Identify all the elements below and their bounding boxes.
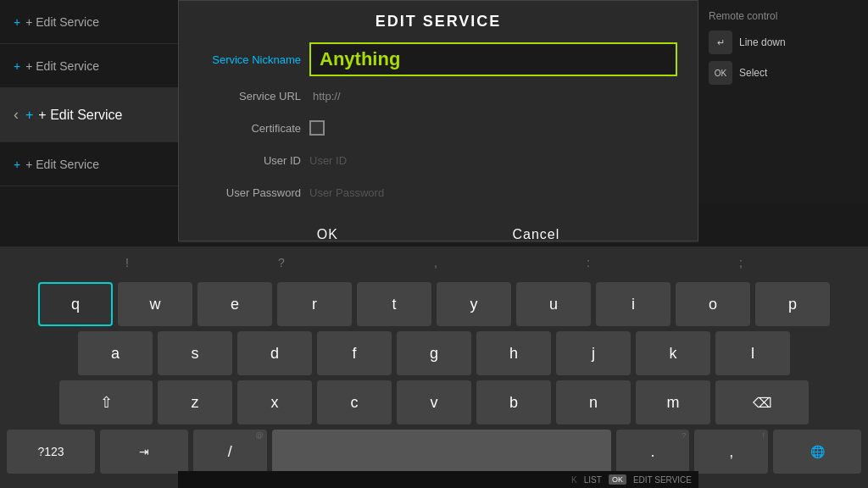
key-c[interactable]: c bbox=[317, 380, 392, 424]
sidebar-label-2: + Edit Service bbox=[25, 59, 99, 73]
nickname-row: Service Nickname bbox=[199, 42, 677, 76]
sym-semicolon[interactable]: ; bbox=[739, 256, 743, 269]
sidebar-label-3: + Edit Service bbox=[38, 108, 122, 123]
key-n[interactable]: n bbox=[556, 380, 631, 424]
password-row: User Password User Password bbox=[199, 180, 677, 205]
sidebar-label-1: + Edit Service bbox=[25, 15, 99, 29]
key-globe[interactable]: 🌐 bbox=[773, 430, 861, 474]
certificate-label: Certificate bbox=[199, 122, 309, 135]
key-row-3: ⇧ z x c v b n m ⌫ bbox=[7, 380, 861, 424]
bar-k-label: K bbox=[571, 475, 577, 485]
key-u[interactable]: u bbox=[516, 282, 591, 326]
sym-exclaim[interactable]: ! bbox=[125, 256, 129, 269]
key-e[interactable]: e bbox=[198, 282, 272, 326]
userid-label: User ID bbox=[199, 154, 309, 167]
edit-service-modal: EDIT SERVICE Service Nickname Service UR… bbox=[178, 0, 698, 241]
nickname-label: Service Nickname bbox=[199, 53, 309, 66]
key-w[interactable]: w bbox=[118, 282, 192, 326]
key-a[interactable]: a bbox=[78, 331, 153, 375]
cancel-button[interactable]: Cancel bbox=[495, 222, 576, 247]
key-s[interactable]: s bbox=[158, 331, 232, 375]
key-h[interactable]: h bbox=[476, 331, 551, 375]
certificate-checkbox[interactable] bbox=[309, 120, 325, 136]
password-label: User Password bbox=[199, 186, 309, 199]
key-period[interactable]: . ? bbox=[616, 430, 690, 474]
sidebar-item-1[interactable]: + + Edit Service bbox=[0, 0, 178, 44]
sidebar-item-2[interactable]: + + Edit Service bbox=[0, 44, 178, 88]
plus-icon-4: + bbox=[14, 158, 20, 171]
key-backspace[interactable]: ⌫ bbox=[715, 380, 809, 424]
remote-item-select: OK Select bbox=[709, 61, 858, 85]
key-space[interactable] bbox=[272, 430, 611, 474]
key-y[interactable]: y bbox=[437, 282, 511, 326]
sym-comma[interactable]: , bbox=[434, 256, 437, 269]
sidebar-item-4[interactable]: + + Edit Service bbox=[0, 142, 178, 186]
key-i[interactable]: i bbox=[596, 282, 670, 326]
nickname-input[interactable] bbox=[309, 42, 677, 76]
key-row-1: q w e r t y u i o p bbox=[7, 282, 861, 326]
key-g[interactable]: g bbox=[397, 331, 471, 375]
url-row: Service URL http:// bbox=[199, 83, 677, 108]
bar-edit-service-label: EDIT SERVICE bbox=[633, 475, 692, 485]
modal-body: Service Nickname Service URL http:// Cer… bbox=[179, 39, 698, 205]
url-label: Service URL bbox=[199, 90, 309, 103]
key-d[interactable]: d bbox=[237, 331, 312, 375]
plus-icon-2: + bbox=[14, 59, 20, 73]
certificate-row: Certificate bbox=[199, 115, 677, 141]
key-shift[interactable]: ⇧ bbox=[59, 380, 153, 424]
url-value: http:// bbox=[309, 88, 677, 104]
remote-title: Remote control bbox=[709, 10, 858, 22]
plus-icon-3: + bbox=[25, 108, 33, 123]
key-tab[interactable]: ⇥ bbox=[100, 430, 188, 474]
sidebar-item-3-active[interactable]: ‹ + + Edit Service bbox=[0, 88, 178, 142]
remote-item-linedown: ↵ Line down bbox=[709, 30, 858, 54]
key-z[interactable]: z bbox=[158, 380, 232, 424]
virtual-keyboard: ! ? , : ; q w e r t y u i o p a s d f g … bbox=[0, 247, 868, 488]
ok-button[interactable]: OK bbox=[300, 222, 355, 247]
bottom-action-bar: K LIST OK EDIT SERVICE bbox=[178, 471, 698, 488]
key-q[interactable]: q bbox=[38, 282, 113, 326]
bar-ok-label: OK bbox=[609, 474, 626, 485]
key-x[interactable]: x bbox=[237, 380, 312, 424]
plus-icon-1: + bbox=[14, 15, 20, 29]
key-k[interactable]: k bbox=[636, 331, 710, 375]
sidebar-label-4: + Edit Service bbox=[25, 158, 99, 171]
sym-question[interactable]: ? bbox=[278, 256, 285, 269]
key-o[interactable]: o bbox=[676, 282, 750, 326]
key-r[interactable]: r bbox=[277, 282, 352, 326]
bar-list-label: LIST bbox=[584, 475, 602, 485]
key-row-4: ?123 ⇥ / @ . ? , ! 🌐 bbox=[7, 430, 861, 474]
symbols-row: ! ? , : ; bbox=[0, 247, 868, 279]
modal-title: EDIT SERVICE bbox=[179, 1, 698, 39]
key-j[interactable]: j bbox=[556, 331, 631, 375]
key-row-2: a s d f g h j k l bbox=[7, 331, 861, 375]
key-l[interactable]: l bbox=[715, 331, 790, 375]
key-f[interactable]: f bbox=[317, 331, 392, 375]
password-placeholder: User Password bbox=[309, 186, 384, 199]
remote-icon-linedown: ↵ bbox=[709, 30, 732, 54]
userid-placeholder: User ID bbox=[309, 154, 347, 167]
keyboard-rows: q w e r t y u i o p a s d f g h j k l ⇧ … bbox=[0, 279, 868, 477]
key-num[interactable]: ?123 bbox=[7, 430, 95, 474]
userid-row: User ID User ID bbox=[199, 147, 677, 173]
key-t[interactable]: t bbox=[357, 282, 431, 326]
remote-icon-select: OK bbox=[709, 61, 732, 85]
arrow-icon: ‹ bbox=[14, 106, 19, 124]
sym-colon[interactable]: : bbox=[587, 256, 590, 269]
key-p[interactable]: p bbox=[755, 282, 830, 326]
key-b[interactable]: b bbox=[476, 380, 551, 424]
key-comma-bot[interactable]: , ! bbox=[694, 430, 768, 474]
key-slash[interactable]: / @ bbox=[193, 430, 267, 474]
remote-panel: Remote control ↵ Line down OK Select bbox=[698, 0, 868, 203]
key-m[interactable]: m bbox=[636, 380, 710, 424]
remote-label-linedown: Line down bbox=[739, 36, 786, 48]
remote-label-select: Select bbox=[739, 67, 767, 79]
key-v[interactable]: v bbox=[397, 380, 471, 424]
